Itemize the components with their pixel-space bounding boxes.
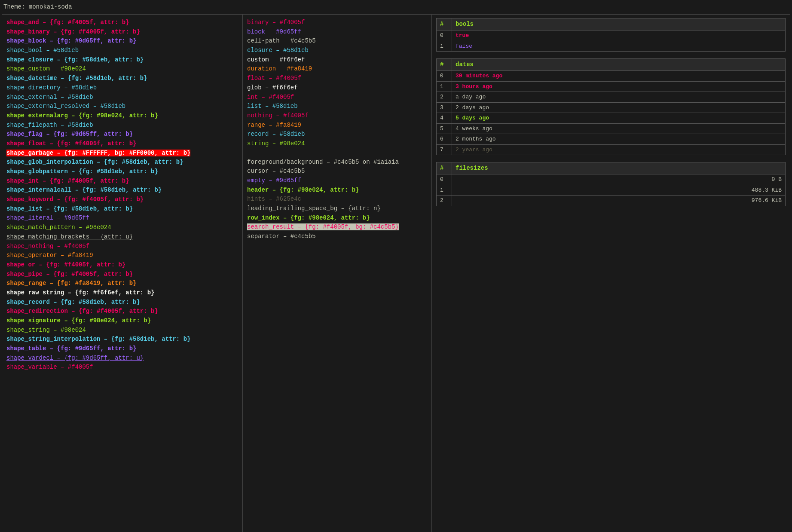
dates-val-1: 3 hours ago	[452, 81, 786, 92]
left-line-shape_signature: shape_signature – {fg: #98e024, attr: b}	[6, 316, 238, 326]
mid-line-int: int – #f4005f	[247, 93, 427, 102]
right-tables: # bools 0 true 1 false	[436, 18, 786, 206]
bools-val-false: false	[452, 41, 786, 52]
filesizes-idx-0: 0	[437, 174, 452, 185]
mid-line-cell-path: cell-path – #c4c5b5	[247, 37, 427, 46]
left-line-shape_record: shape_record – {fg: #58d1eb, attr: b}	[6, 298, 238, 307]
left-line-shape_glob_interpolation: shape_glob_interpolation – {fg: #58d1eb,…	[6, 158, 238, 167]
left-line-shape_custom: shape_custom – #98e024	[6, 64, 238, 74]
left-line-shape_raw_string: shape_raw_string – {fg: #f6f6ef, attr: b…	[6, 288, 238, 298]
mid-line-range: range – #fa8419	[247, 121, 427, 130]
left-line-shape_flag: shape_flag – {fg: #9d65ff, attr: b}	[6, 130, 238, 139]
left-line-shape_keyword: shape_keyword – {fg: #f4005f, attr: b}	[6, 195, 238, 205]
left-line-shape_int: shape_int – {fg: #f4005f, attr: b}	[6, 177, 238, 186]
main-container: shape_and – {fg: #f4005f, attr: b} shape…	[2, 14, 790, 532]
table-row: 5 4 weeks ago	[437, 123, 786, 134]
dates-idx-2: 2	[437, 92, 452, 103]
table-row: 4 5 days ago	[437, 113, 786, 124]
left-line-shape_nothing: shape_nothing – #f4005f	[6, 242, 238, 251]
dates-idx-3: 3	[437, 102, 452, 113]
table-row: 1 3 hours ago	[437, 81, 786, 92]
filesizes-col-idx: #	[437, 162, 452, 174]
left-line-shape_external_resolved: shape_external_resolved – #58d1eb	[6, 102, 238, 111]
left-line-shape_table: shape_table – {fg: #9d65ff, attr: b}	[6, 344, 238, 354]
dates-val-5: 4 weeks ago	[452, 123, 786, 134]
table-row: 2 976.6 KiB	[437, 196, 786, 206]
theme-header: Theme: monokai-soda	[2, 2, 790, 14]
mid-line-list: list – #58d1eb	[247, 102, 427, 111]
mid-line-leading-trailing: leading_trailing_space_bg – {attr: n}	[247, 204, 427, 214]
filesizes-val-2: 976.6 KiB	[452, 196, 786, 206]
dates-val-4: 5 days ago	[452, 113, 786, 124]
dates-table: # dates 0 30 minutes ago 1 3 hours ago 2	[436, 58, 786, 155]
dates-col-idx: #	[437, 59, 452, 71]
filesizes-idx-1: 1	[437, 185, 452, 196]
filesizes-idx-2: 2	[437, 196, 452, 206]
mid-line-glob: glob – #f6f6ef	[247, 83, 427, 93]
left-line-shape_float: shape_float – {fg: #f4005f, attr: b}	[6, 139, 238, 149]
left-line-shape_garbage: shape_garbage – {fg: #FFFFFF, bg: #FF000…	[6, 149, 238, 158]
mid-line-binary: binary – #f4005f	[247, 18, 427, 28]
mid-line-string: string – #98e024	[247, 139, 427, 149]
left-line-shape_match_pattern: shape_match_pattern – #98e024	[6, 223, 238, 232]
mid-line-closure: closure – #58d1eb	[247, 46, 427, 55]
table-row: 1 false	[437, 41, 786, 52]
left-line-shape_datetime: shape_datetime – {fg: #58d1eb, attr: b}	[6, 74, 238, 83]
left-line-shape_variable: shape_variable – #f4005f	[6, 363, 238, 372]
left-line-shape_range: shape_range – {fg: #fa8419, attr: b}	[6, 279, 238, 288]
left-line-shape_matching_brackets: shape_matching_brackets – {attr: u}	[6, 232, 238, 242]
filesizes-col-value: filesizes	[452, 162, 786, 174]
left-line-shape_string: shape_string – #98e024	[6, 326, 238, 335]
left-line-shape_vardecl: shape_vardecl – {fg: #9d65ff, attr: u}	[6, 354, 238, 363]
left-line-shape_literal: shape_literal – #9d65ff	[6, 214, 238, 223]
left-line-shape_and: shape_and – {fg: #f4005f, attr: b}	[6, 18, 238, 28]
mid-line-search-result: search_result – {fg: #f4005f, bg: #c4c5b…	[247, 223, 427, 232]
left-line-shape_list: shape_list – {fg: #58d1eb, attr: b}	[6, 205, 238, 214]
dates-val-2: a day ago	[452, 92, 786, 103]
mid-line-empty: empty – #9d65ff	[247, 176, 427, 186]
mid-line-duration: duration – #fa8419	[247, 64, 427, 74]
table-row: 0 0 B	[437, 174, 786, 185]
dates-val-3: 2 days ago	[452, 102, 786, 113]
bools-idx-1: 1	[437, 41, 452, 52]
dates-idx-1: 1	[437, 81, 452, 92]
mid-line-float: float – #f4005f	[247, 74, 427, 83]
mid-line-custom: custom – #f6f6ef	[247, 55, 427, 65]
left-line-shape_globpattern: shape_globpattern – {fg: #58d1eb, attr: …	[6, 167, 238, 177]
left-line-shape_directory: shape_directory – #58d1eb	[6, 83, 238, 93]
left-line-shape_binary: shape_binary – {fg: #f4005f, attr: b}	[6, 28, 238, 37]
bools-table: # bools 0 true 1 false	[436, 18, 786, 52]
mid-line-cursor: cursor – #c4c5b5	[247, 167, 427, 176]
dates-idx-5: 5	[437, 123, 452, 134]
mid-line-separator: separator – #c4c5b5	[247, 232, 427, 242]
dates-val-0: 30 minutes ago	[452, 71, 786, 82]
bools-col-value: bools	[452, 18, 786, 31]
bools-val-true: true	[452, 31, 786, 41]
left-line-shape_externalarg: shape_externalarg – {fg: #98e024, attr: …	[6, 111, 238, 121]
dates-val-7: 2 years ago	[452, 144, 786, 155]
left-line-shape_pipe: shape_pipe – {fg: #f4005f, attr: b}	[6, 270, 238, 279]
table-row: 2 a day ago	[437, 92, 786, 103]
filesizes-table: # filesizes 0 0 B 1 488.3 KiB 2	[436, 162, 786, 206]
table-row: 0 true	[437, 31, 786, 41]
table-row: 6 2 months ago	[437, 134, 786, 145]
bools-idx-0: 0	[437, 31, 452, 41]
left-column: shape_and – {fg: #f4005f, attr: b} shape…	[2, 15, 243, 532]
bools-col-idx: #	[437, 18, 452, 31]
left-line-shape_filepath: shape_filepath – #58d1eb	[6, 121, 238, 130]
mid-line-row-index: row_index – {fg: #98e024, attr: b}	[247, 214, 427, 223]
mid-line-record: record – #58d1eb	[247, 130, 427, 139]
right-column: # bools 0 true 1 false	[432, 15, 790, 532]
left-line-shape_external: shape_external – #58d1eb	[6, 93, 238, 102]
dates-idx-7: 7	[437, 144, 452, 155]
table-row: 3 2 days ago	[437, 102, 786, 113]
left-line-shape_or: shape_or – {fg: #f4005f, attr: b}	[6, 260, 238, 270]
table-row: 0 30 minutes ago	[437, 71, 786, 82]
left-line-shape_block: shape_block – {fg: #9d65ff, attr: b}	[6, 37, 238, 46]
left-line-shape_string_interpolation: shape_string_interpolation – {fg: #58d1e…	[6, 335, 238, 344]
filesizes-val-0: 0 B	[452, 174, 786, 185]
mid-line-header: header – {fg: #98e024, attr: b}	[247, 186, 427, 195]
table-row: 1 488.3 KiB	[437, 185, 786, 196]
left-line-shape_internalcall: shape_internalcall – {fg: #58d1eb, attr:…	[6, 186, 238, 195]
dates-val-6: 2 months ago	[452, 134, 786, 145]
